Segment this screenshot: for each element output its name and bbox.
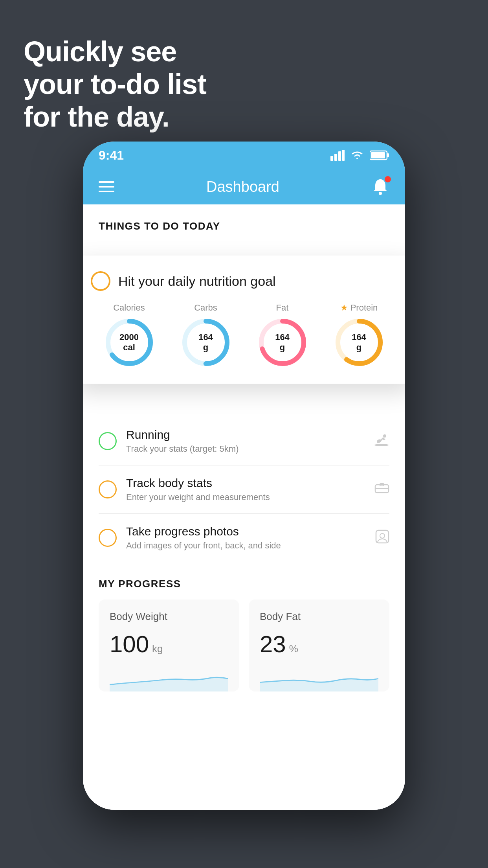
- body-fat-title: Body Fat: [260, 611, 378, 623]
- svg-point-16: [374, 444, 389, 446]
- notification-badge: [385, 176, 391, 182]
- hamburger-menu-button[interactable]: [99, 181, 114, 192]
- hero-line1: Quickly see: [24, 35, 206, 68]
- phone-wrapper: 9:41: [83, 142, 405, 810]
- running-subtitle: Track your stats (target: 5km): [126, 444, 364, 454]
- body-weight-title: Body Weight: [110, 611, 228, 623]
- status-time: 9:41: [99, 148, 124, 163]
- todo-item-body-stats[interactable]: Track body stats Enter your weight and m…: [99, 465, 389, 514]
- svg-point-22: [380, 533, 385, 538]
- photos-title: Take progress photos: [126, 525, 366, 538]
- svg-rect-3: [342, 150, 345, 161]
- svg-point-17: [383, 434, 386, 438]
- content-area: THINGS TO DO TODAY Hit your daily nutrit…: [83, 204, 405, 810]
- things-to-do-label: THINGS TO DO TODAY: [83, 220, 405, 232]
- running-icon: [374, 433, 389, 449]
- nutrition-fat: Fat 164g: [257, 303, 308, 368]
- fat-label: Fat: [276, 303, 289, 313]
- calories-value: 2000cal: [119, 332, 139, 353]
- fat-ring: 164g: [257, 317, 308, 368]
- body-weight-number: 100: [110, 631, 149, 658]
- signal-icon: [330, 150, 345, 161]
- battery-icon: [370, 150, 389, 160]
- nutrition-card: Hit your daily nutrition goal Calories 2…: [83, 256, 405, 384]
- svg-rect-6: [371, 152, 385, 158]
- card-header: Hit your daily nutrition goal: [91, 271, 397, 291]
- progress-cards: Body Weight 100 kg: [99, 600, 389, 691]
- protein-value: 164g: [352, 332, 366, 353]
- carbs-value: 164g: [198, 332, 213, 353]
- todo-list: Running Track your stats (target: 5km): [83, 417, 405, 562]
- phone-shell: 9:41: [83, 142, 405, 810]
- nutrition-check-circle[interactable]: [91, 271, 110, 291]
- star-icon: ★: [340, 303, 348, 313]
- body-fat-card: Body Fat 23 %: [249, 600, 389, 691]
- hero-line2: your to-do list: [24, 68, 206, 101]
- photos-check-circle[interactable]: [99, 529, 117, 547]
- notification-button[interactable]: [371, 178, 389, 196]
- body-stats-icon: [374, 482, 389, 498]
- body-stats-subtitle: Enter your weight and measurements: [126, 492, 365, 502]
- todo-item-photos[interactable]: Take progress photos Add images of your …: [99, 514, 389, 562]
- todo-item-running[interactable]: Running Track your stats (target: 5km): [99, 417, 389, 465]
- calories-label: Calories: [113, 303, 145, 313]
- body-weight-unit: kg: [152, 643, 163, 655]
- running-title: Running: [126, 428, 364, 441]
- nutrition-calories: Calories 2000cal: [104, 303, 155, 368]
- progress-section: MY PROGRESS Body Weight 100 kg: [83, 562, 405, 691]
- svg-rect-0: [330, 156, 333, 161]
- carbs-label: Carbs: [194, 303, 217, 313]
- svg-rect-2: [338, 151, 341, 161]
- progress-label: MY PROGRESS: [99, 578, 389, 590]
- status-bar: 9:41: [83, 142, 405, 169]
- body-stats-title: Track body stats: [126, 476, 365, 490]
- body-weight-value: 100 kg: [110, 631, 228, 658]
- body-stats-check-circle[interactable]: [99, 480, 117, 498]
- carbs-ring: 164g: [180, 317, 231, 368]
- calories-ring: 2000cal: [104, 317, 155, 368]
- body-fat-number: 23: [260, 631, 286, 658]
- nutrition-carbs: Carbs 164g: [180, 303, 231, 368]
- hero-line3: for the day.: [24, 101, 206, 133]
- photos-content: Take progress photos Add images of your …: [126, 525, 366, 551]
- body-fat-value: 23 %: [260, 631, 378, 658]
- protein-ring: 164g: [334, 317, 385, 368]
- wifi-icon: [350, 150, 364, 161]
- photos-icon: [375, 530, 389, 546]
- body-fat-unit: %: [289, 643, 298, 655]
- fat-value: 164g: [275, 332, 290, 353]
- svg-point-7: [379, 192, 382, 195]
- photos-subtitle: Add images of your front, back, and side: [126, 541, 366, 551]
- nutrition-circles: Calories 2000cal Carbs: [91, 303, 397, 368]
- body-stats-content: Track body stats Enter your weight and m…: [126, 476, 365, 502]
- svg-rect-1: [334, 154, 337, 161]
- nav-bar: Dashboard: [83, 169, 405, 204]
- svg-rect-5: [387, 153, 389, 157]
- protein-label: ★ Protein: [340, 303, 378, 313]
- status-icons: [330, 150, 389, 161]
- running-check-circle[interactable]: [99, 432, 117, 450]
- nutrition-card-title: Hit your daily nutrition goal: [118, 274, 276, 289]
- body-fat-chart: [260, 664, 378, 691]
- running-content: Running Track your stats (target: 5km): [126, 428, 364, 454]
- body-weight-chart: [110, 664, 228, 691]
- body-weight-card: Body Weight 100 kg: [99, 600, 239, 691]
- nav-title: Dashboard: [206, 178, 279, 195]
- nutrition-protein: ★ Protein 164g: [334, 303, 385, 368]
- hero-text: Quickly see your to-do list for the day.: [24, 35, 206, 133]
